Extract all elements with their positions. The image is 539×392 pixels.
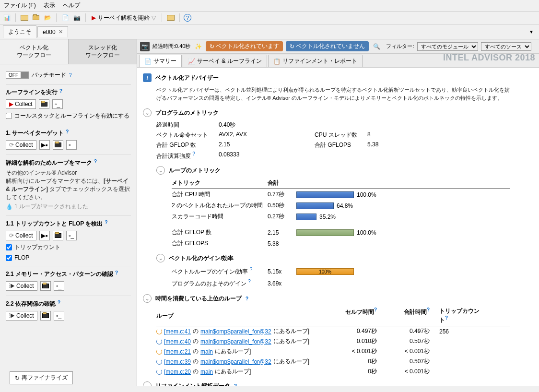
wf-tab-threading[interactable]: スレッド化 ワークフロー	[68, 39, 137, 64]
folder-icon[interactable]	[39, 99, 49, 109]
spinner-icon	[156, 339, 162, 344]
folder-icon[interactable]	[40, 281, 51, 291]
sources-select[interactable]: すべてのソース	[481, 42, 531, 51]
folder-icon[interactable]	[53, 140, 63, 150]
cli-icon[interactable]: ▫_	[66, 140, 77, 150]
loop-metric-row: 2 のベクトル化されたループの時間0.50秒 64.8%	[172, 200, 510, 211]
spinner-icon	[156, 369, 162, 375]
chevron-down-icon[interactable]: ⌄	[143, 294, 152, 303]
loop-metric-row: 合計 GFLOPS5.38	[172, 238, 510, 249]
document-icon[interactable]: 📄	[60, 13, 70, 23]
play-icon[interactable]: ▶■	[39, 231, 50, 240]
loop-row[interactable]: [mem.c:41 の main$omp$parallel_for@32 にある…	[156, 326, 510, 336]
sidebar: ベクトル化 ワークフロー スレッド化 ワークフロー OFF バッチモード? ルー…	[0, 39, 137, 386]
folder-open2-icon[interactable]	[166, 13, 176, 23]
wf-tab-vectorization[interactable]: ベクトル化 ワークフロー	[0, 39, 68, 64]
menu-view[interactable]: 表示	[44, 1, 55, 10]
folder-icon[interactable]	[31, 13, 41, 23]
cli-icon[interactable]: ▫_	[54, 281, 64, 291]
filter-icon[interactable]: 🔍	[372, 42, 381, 51]
vectorized-pill[interactable]: ↻ベクトル化されています	[206, 41, 283, 51]
modules-select[interactable]: すべてのモジュール	[417, 42, 478, 51]
dropdown-tabs-icon[interactable]: ▾	[527, 27, 536, 36]
survey-collect-button[interactable]: ⟳Collect	[6, 140, 36, 150]
deps-collect-button[interactable]: ⦙▶Collect	[6, 311, 37, 321]
flop-checkbox[interactable]	[6, 255, 12, 261]
folder-icon[interactable]	[40, 311, 51, 321]
callstack-checkbox[interactable]	[6, 113, 12, 119]
help-icon[interactable]: ?	[184, 14, 191, 22]
menu-help[interactable]: ヘルプ	[63, 1, 80, 10]
start-survey-button[interactable]: ▶ サーベイ解析を開始 ▽	[90, 14, 158, 22]
cli-icon[interactable]: ▫_	[54, 311, 64, 321]
loop-row[interactable]: [mem.c:21 の main にあるループ] < 0.001秒< 0.001…	[156, 346, 510, 356]
elapsed-time: 経過時間:0.40秒	[152, 43, 190, 50]
loop-row[interactable]: [mem.c:20 の main にあるループ] 0秒< 0.001秒	[156, 367, 510, 377]
subtab-summary[interactable]: 📄サマリー	[139, 55, 182, 67]
spinner-icon	[156, 329, 162, 334]
camera-icon[interactable]: 📷	[72, 13, 82, 23]
roofline-collect-button[interactable]: ▶Collect	[6, 99, 36, 109]
cli-icon[interactable]: ▫_	[66, 231, 77, 240]
refinalize-button[interactable]: ↻再ファイナライズ	[10, 371, 73, 384]
close-icon[interactable]: ✕	[59, 29, 63, 35]
info-icon: i	[143, 73, 152, 82]
menu-bar: ファイル (F) 表示 ヘルプ	[0, 0, 539, 12]
tab-project[interactable]: e000✕	[37, 26, 68, 37]
chevron-down-icon[interactable]: ⌄	[143, 381, 152, 386]
wand-icon[interactable]: ✨	[193, 42, 203, 51]
tripcount-checkbox[interactable]	[6, 244, 12, 250]
snapshot-icon[interactable]: 📷	[140, 42, 150, 51]
trip-collect-button[interactable]: ⟳Collect	[6, 231, 36, 240]
loop-metric-row: 合計 CPU 時間0.77秒 100.0%	[172, 189, 510, 200]
not-vectorized-pill[interactable]: ↻ベクトル化されていません	[286, 41, 369, 51]
brand-label: INTEL ADVISOR 2018	[443, 53, 535, 63]
loop-metric-row: スカラーコード時間0.27秒 35.2%	[172, 211, 510, 222]
dropdown-icon[interactable]: ▽	[152, 14, 156, 21]
play-icon: ▶	[92, 14, 96, 21]
tab-welcome[interactable]: ようこそ	[3, 25, 36, 38]
folder-arrow-icon[interactable]: 📂	[43, 13, 52, 23]
cli-icon[interactable]: ▫_	[52, 99, 63, 109]
loop-row[interactable]: [mem.c:39 の main$omp$parallel_for@32 にある…	[156, 356, 510, 367]
batch-mode-toggle[interactable]: OFF	[6, 71, 29, 79]
loop-row[interactable]: [mem.c:40 の main$omp$parallel_for@32 にある…	[156, 336, 510, 346]
play-icon[interactable]: ▶■	[39, 140, 50, 150]
content-pane: 📷 経過時間:0.40秒 ✨ ↻ベクトル化されています ↻ベクトル化されていませ…	[137, 39, 539, 386]
folder-icon[interactable]	[53, 231, 63, 240]
bars-icon[interactable]: 📊	[2, 13, 12, 23]
menu-file[interactable]: ファイル (F)	[4, 1, 36, 10]
chevron-down-icon[interactable]: ⌄	[156, 254, 165, 262]
subtab-survey[interactable]: 📈サーベイ & ルーフライン	[183, 55, 267, 67]
spinner-icon	[156, 349, 162, 355]
chevron-down-icon[interactable]: ⌄	[156, 166, 165, 175]
spinner-icon	[156, 359, 162, 365]
toolbar: 📊 📂 📄 📷 ▶ サーベイ解析を開始 ▽ ?	[0, 12, 539, 24]
map-collect-button[interactable]: ⦙▶Collect	[6, 281, 37, 291]
editor-tabs: ようこそ e000✕ ▾	[0, 24, 539, 39]
subtab-refinement[interactable]: 📋リファインメント・レポート	[268, 55, 363, 67]
loop-metric-row: 合計 GFLOP 数2.15 100.0%	[172, 227, 510, 238]
chevron-down-icon[interactable]: ⌄	[143, 108, 152, 117]
folder-open-icon[interactable]	[20, 13, 29, 23]
